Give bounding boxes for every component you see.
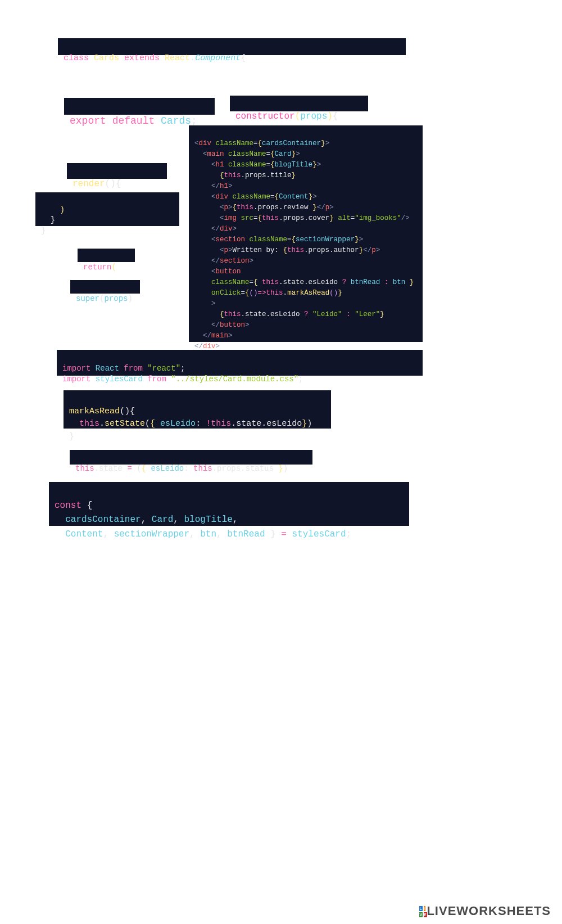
code-block-closing[interactable]: ) } } [35,192,179,226]
code-block-jsx[interactable]: <div className={cardsContainer}> <main c… [189,125,423,342]
code-block-const[interactable]: const { cardsContainer, Card, blogTitle,… [49,482,409,526]
code-block-imports[interactable]: import React from "react"; import styles… [57,350,423,376]
code-block-super[interactable]: super(props) [70,280,140,294]
brand-icon: LI VE [418,905,424,917]
footer-brand-text: LIVEWORKSHEETS [427,904,551,918]
code-block-class-decl[interactable]: class Cards extends React.Component{ [58,38,406,55]
code-block-markasread[interactable]: markAsRead(){ this.setState({ esLeido: !… [64,390,331,429]
code-block-thisstate[interactable]: this.state = ({ esLeido: this.props.stat… [70,450,312,465]
code-block-export[interactable]: export default Cards; [64,98,215,115]
code-block-render[interactable]: render(){ [67,163,167,179]
footer-brand: LI VE LIVEWORKSHEETS [418,904,551,918]
code-block-constructor[interactable]: constructor(props){ [230,96,368,111]
code-block-return[interactable]: return( [78,249,135,262]
